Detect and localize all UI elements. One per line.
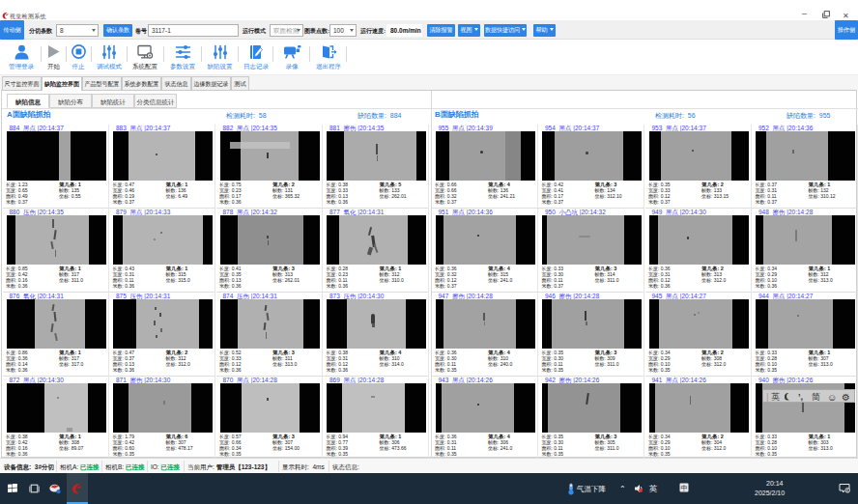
svg-text:中: 中 <box>681 485 688 491</box>
svg-text:6: 6 <box>846 488 849 493</box>
